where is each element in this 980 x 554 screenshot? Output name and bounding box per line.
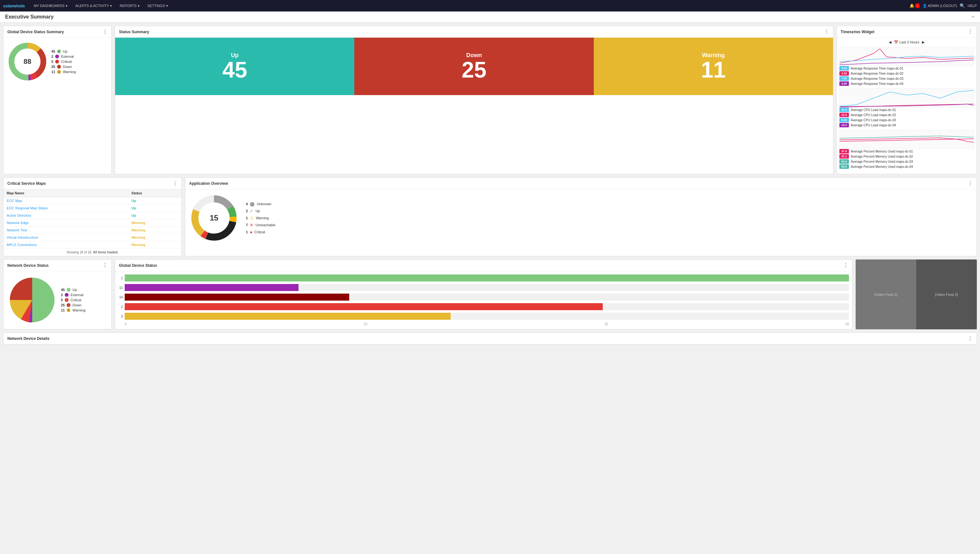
video-right: [Video Feed 2]	[916, 259, 977, 329]
ts-memory-legend: 47.9 Average Percent Memory Used maps-dc…	[839, 149, 974, 169]
map-link-active-directory[interactable]: Active Directory	[7, 214, 31, 217]
nd-legend-down: 25 ↓ Down	[61, 303, 86, 307]
warning-dot: ⚠	[57, 70, 61, 74]
timeseries-body: ◀ 📅 Last 2 Hours ▶ 8:30 AM9:00 AM9:30 AM…	[837, 38, 977, 174]
network-device-legend: 45 ✓ Up 2 External 5 ! Critical	[61, 288, 86, 312]
donut-chart: 88	[7, 41, 48, 82]
network-device-status-widget: Network Device Status ⋮	[3, 259, 111, 329]
bar-track	[125, 294, 849, 301]
map-link-mpls[interactable]: MPLS Connections	[7, 243, 37, 247]
critical-maps-table: Map Name Status EOC Map Up EOC Regional …	[3, 189, 181, 249]
app-legend: 4 ⬤ Unknown 2 ✓ Up 1 ⚠ Warning	[246, 201, 275, 235]
timeseries-menu[interactable]: ⋮	[967, 29, 973, 35]
ts-nav-label: 📅 Last 2 Hours	[894, 40, 919, 45]
map-link-eoc-regional[interactable]: EOC Regional Map Status	[7, 206, 48, 210]
global-device-status-header: Global Device Status Summary ⋮	[3, 26, 111, 38]
timeseries-header: Timeseries Widget ⋮	[837, 26, 977, 38]
map-link-virtual-infra[interactable]: Virtual Infrastructure	[7, 236, 38, 239]
global-device-status-bar-menu[interactable]: ⋮	[843, 262, 848, 268]
nav-my-dashboards[interactable]: MY DASHBOARDS ▾	[30, 0, 72, 11]
app-donut-total: 15	[210, 214, 218, 222]
ts-cpu-dc04: 10.0 Average CPU Load maps-dc-04	[839, 123, 974, 127]
up-count: 45	[222, 59, 247, 81]
table-row: Virtual Infrastructure Warning	[3, 234, 181, 241]
nav-reports[interactable]: REPORTS ▾	[116, 0, 143, 11]
nd-legend-warning: 11 ⚠ Warning	[61, 308, 86, 312]
global-device-legend: 45 ✓ Up 2 External 5 ! Critical	[51, 49, 76, 74]
global-device-status-title: Global Device Status Summary	[7, 30, 64, 34]
global-device-status-menu[interactable]: ⋮	[102, 29, 107, 35]
notification-bell[interactable]: 🔔 1	[910, 3, 920, 8]
external-dot	[55, 54, 59, 58]
network-device-details-menu[interactable]: ⋮	[967, 335, 973, 342]
video-left: [Video Feed 1]	[856, 259, 916, 329]
critical-maps-header: Critical Service Maps ⋮	[3, 178, 181, 189]
map-status-network-test: Warning	[128, 227, 181, 234]
app-overview-header: Application Overview ⋮	[185, 178, 977, 189]
ts-prev-button[interactable]: ◀	[889, 40, 891, 45]
network-device-details-widget: Network Device Details ⋮	[3, 332, 977, 345]
critical-service-maps-widget: Critical Service Maps ⋮ Map Name Status	[3, 177, 182, 256]
status-summary-header: Status Summary ⋮	[115, 26, 833, 38]
app-legend-unknown: 4 ⬤ Unknown	[246, 201, 275, 206]
network-device-status-title: Network Device Status	[7, 263, 48, 268]
ts-cpu-dc01: 41.0 Average CPU Load maps-dc-01	[839, 107, 974, 112]
map-link-network-test[interactable]: Network Test	[7, 228, 27, 232]
search-button[interactable]: 🔍	[959, 3, 965, 8]
nd-legend-critical: 5 ! Critical	[61, 298, 86, 302]
top-row: Global Device Status Summary ⋮	[3, 26, 977, 174]
x-axis: 0 10 20 30	[118, 323, 849, 326]
ts-rt-dc02: 3.00 Average Response Time maps-dc-02	[839, 71, 974, 76]
bar-track	[125, 275, 849, 281]
ts-cpu-dc03: 0.00 Average CPU Load maps-dc-03	[839, 118, 974, 122]
nav-right-icons: 🔔 1 👤 ADMIN (LOGOUT) 🔍 HELP	[910, 3, 977, 8]
status-warning-box[interactable]: Warning 11	[594, 38, 833, 95]
app-legend-unreachable: 7 ✕ Unreachable	[246, 222, 275, 228]
warning-count: 11	[701, 59, 726, 81]
status-up-box[interactable]: Up 45	[115, 38, 354, 95]
timeseries-title: Timeseries Widget	[841, 30, 875, 34]
down-dot: ↓	[57, 65, 61, 69]
critical-maps-menu[interactable]: ⋮	[173, 180, 178, 186]
nd-legend-external: 2 External	[61, 293, 86, 297]
ts-memory-section: 8:30 AM9:00 AM9:30 AM10:00 AM 47.9 Avera…	[839, 130, 974, 169]
ts-rt-dc04: 3.00 Average Response Time maps-dc-04	[839, 81, 974, 86]
nav-settings[interactable]: SETTINGS ▾	[143, 0, 172, 11]
admin-logout-button[interactable]: 👤 ADMIN (LOGOUT)	[923, 4, 957, 8]
video-overlay: [Video Feed 1] [Video Feed 2]	[856, 259, 977, 329]
global-device-status-bar-widget: Global Device Status ⋮ 1 11	[115, 259, 853, 329]
nav-alerts-activity[interactable]: ALERTS & ACTIVITY ▾	[72, 0, 116, 11]
map-status-mpls: Warning	[128, 241, 181, 249]
status-summary-menu[interactable]: ⋮	[824, 29, 829, 35]
status-summary-widget: Status Summary ⋮ Up 45 Down 25 Warning 1…	[115, 26, 833, 174]
critical-maps-table-scroll[interactable]: Map Name Status EOC Map Up EOC Regional …	[3, 189, 181, 249]
table-row: Active Directory Up	[3, 212, 181, 219]
map-link-network-edge[interactable]: Network Edge	[7, 221, 29, 225]
map-link-eoc[interactable]: EOC Map	[7, 199, 22, 203]
global-device-status-bar-title: Global Device Status	[119, 263, 157, 268]
network-pie-chart	[7, 275, 58, 326]
ts-cpu-section: 8:30 AM9:00 AM9:30 AM10:00 AM 41.0 Avera…	[839, 88, 974, 127]
warning-label: Warning	[256, 216, 269, 220]
table-row: Network Test Warning	[3, 227, 181, 234]
timeseries-widget: Timeseries Widget ⋮ ◀ 📅 Last 2 Hours ▶	[837, 26, 977, 174]
ts-next-button[interactable]: ▶	[922, 40, 924, 45]
legend-warning: 11 ⚠ Warning	[51, 70, 76, 74]
bar-fill	[125, 294, 349, 301]
legend-up: 45 ✓ Up	[51, 49, 76, 53]
logo[interactable]: solarwinds	[3, 3, 25, 8]
donut-total: 88	[24, 57, 31, 66]
ts-response-time-legend: 3.00 Average Response Time maps-dc-01 3.…	[839, 66, 974, 86]
network-device-status-menu[interactable]: ⋮	[102, 262, 107, 268]
network-device-status-header: Network Device Status ⋮	[3, 260, 111, 271]
bar-fill	[125, 303, 603, 310]
app-overview-menu[interactable]: ⋮	[967, 180, 973, 186]
critical-dot: !	[55, 60, 59, 64]
help-button[interactable]: HELP	[967, 4, 977, 8]
ts-memory-chart: 8:30 AM9:00 AM9:30 AM10:00 AM	[839, 130, 974, 149]
col-status: Status	[128, 189, 181, 197]
status-down-box[interactable]: Down 25	[354, 38, 593, 95]
bar-track	[125, 303, 849, 310]
bar-row-2: 2	[118, 303, 849, 310]
edit-icon[interactable]: ✏	[972, 15, 975, 19]
